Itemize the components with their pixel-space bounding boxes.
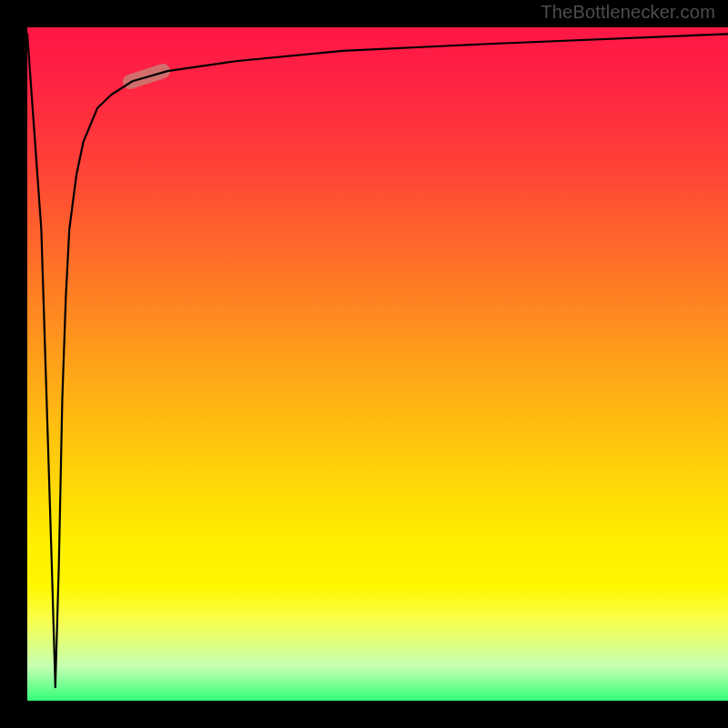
curve-svg [27,27,728,701]
chart-frame: TheBottlenecker.com [0,0,728,728]
curve-line [27,34,728,687]
watermark-text: TheBottlenecker.com [541,2,715,23]
plot-area [27,27,728,701]
